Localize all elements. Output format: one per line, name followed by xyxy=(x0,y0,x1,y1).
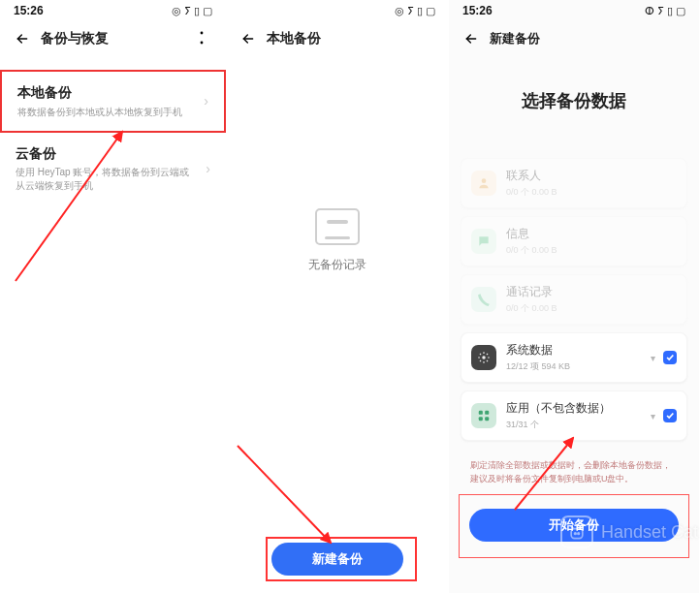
row-sub: 使用 HeyTap 账号，将数据备份到云端或从云端恢复到手机 xyxy=(16,166,195,193)
gear-icon xyxy=(471,345,496,370)
signal-icon: ⵢ xyxy=(184,5,191,17)
message-icon xyxy=(471,229,496,254)
status-bar: ◎ ⵢ ▯ ▢ xyxy=(226,0,449,21)
page-title: 备份与恢复 xyxy=(41,30,109,47)
item-contacts[interactable]: 联系人 0/0 个 0.00 B xyxy=(461,158,687,208)
back-button[interactable] xyxy=(238,28,259,49)
screen-new-backup: 15:26 ⵀ ⵢ ▯ ▢ 新建备份 选择备份数据 联系人 0/0 xyxy=(449,0,699,593)
svg-rect-9 xyxy=(485,417,489,421)
header: 备份与恢复 xyxy=(0,21,226,56)
watermark-text: Handset Cat xyxy=(601,522,698,543)
apps-icon xyxy=(471,403,496,428)
wifi-icon: ◎ xyxy=(172,5,181,17)
svg-rect-8 xyxy=(479,417,483,421)
checkbox-checked[interactable] xyxy=(663,351,677,364)
watermark-logo-icon xyxy=(560,515,593,548)
empty-state: 无备份记录 xyxy=(226,56,449,424)
item-name: 通话记录 xyxy=(506,284,677,300)
row-title: 云备份 xyxy=(16,144,206,164)
svg-point-5 xyxy=(482,356,486,359)
watermark: Handset Cat xyxy=(560,515,698,548)
volte-icon: ▯ xyxy=(417,5,423,17)
item-apps[interactable]: 应用（不包含数据） 31/31 个 ▾ xyxy=(461,390,687,441)
phone-icon xyxy=(471,287,496,312)
item-system-data[interactable]: 系统数据 12/12 项 594 KB ▾ xyxy=(461,332,687,383)
item-name: 信息 xyxy=(506,226,677,242)
status-icons: ◎ ⵢ ▯ ▢ xyxy=(172,5,212,17)
annotation-arrow-icon xyxy=(230,438,346,554)
status-time: 15:26 xyxy=(14,4,44,17)
battery-icon: ▢ xyxy=(426,5,435,17)
item-name: 联系人 xyxy=(506,168,677,184)
row-title: 本地备份 xyxy=(17,83,204,103)
caret-down-icon: ▾ xyxy=(651,353,655,363)
caret-down-icon: ▾ xyxy=(651,411,655,421)
svg-point-13 xyxy=(578,533,580,535)
svg-point-4 xyxy=(482,178,487,183)
header: 新建备份 xyxy=(449,21,699,56)
signal-icon: ⵢ xyxy=(657,5,664,17)
chevron-right-icon: › xyxy=(204,93,208,109)
inbox-icon xyxy=(315,208,360,245)
contacts-icon xyxy=(471,171,496,196)
back-button[interactable] xyxy=(12,28,33,49)
back-button[interactable] xyxy=(461,28,482,49)
item-sub: 0/0 个 0.00 B xyxy=(506,244,677,257)
row-sub: 将数据备份到本地或从本地恢复到手机 xyxy=(17,106,197,119)
svg-point-1 xyxy=(201,42,204,45)
status-icons: ◎ ⵢ ▯ ▢ xyxy=(395,5,435,17)
svg-line-3 xyxy=(238,446,331,543)
nfc-icon: ⵀ xyxy=(645,5,654,17)
item-sms[interactable]: 信息 0/0 个 0.00 B xyxy=(461,216,687,266)
item-calls[interactable]: 通话记录 0/0 个 0.00 B xyxy=(461,274,687,325)
warning-note: 刷定清除全部数据或数据时，会删除本地备份数据，建议及时将备份文件复制到电脑或U盘… xyxy=(470,459,678,486)
svg-point-0 xyxy=(201,32,204,35)
screen-local-backup: ◎ ⵢ ▯ ▢ 本地备份 无备份记录 新建备份 xyxy=(226,0,449,593)
item-sub: 31/31 个 xyxy=(506,419,653,431)
row-cloud-backup[interactable]: 云备份 使用 HeyTap 账号，将数据备份到云端或从云端恢复到手机 › xyxy=(0,133,226,205)
checkbox-checked[interactable] xyxy=(663,409,677,422)
header: 本地备份 xyxy=(226,21,449,56)
status-time: 15:26 xyxy=(462,4,493,17)
item-sub: 0/0 个 0.00 B xyxy=(506,186,677,199)
backup-item-list: 联系人 0/0 个 0.00 B 信息 0/0 个 0.00 B 通 xyxy=(449,155,699,444)
screen-backup-restore: 15:26 ◎ ⵢ ▯ ▢ 备份与恢复 本地备份 将数据备份到本地或从本地恢复到… xyxy=(0,0,226,593)
empty-text: 无备份记录 xyxy=(308,257,366,273)
volte-icon: ▯ xyxy=(667,5,673,17)
page-title: 新建备份 xyxy=(490,30,540,47)
item-sub: 0/0 个 0.00 B xyxy=(506,302,677,315)
status-bar: 15:26 ◎ ⵢ ▯ ▢ xyxy=(0,0,226,21)
status-icons: ⵀ ⵢ ▯ ▢ xyxy=(645,5,685,17)
item-name: 系统数据 xyxy=(506,342,653,359)
svg-rect-7 xyxy=(485,411,489,415)
item-sub: 12/12 项 594 KB xyxy=(506,360,653,373)
status-bar: 15:26 ⵀ ⵢ ▯ ▢ xyxy=(449,0,699,21)
signal-icon: ⵢ xyxy=(407,5,414,17)
more-icon[interactable] xyxy=(193,29,210,47)
wifi-icon: ◎ xyxy=(395,5,404,17)
row-local-backup[interactable]: 本地备份 将数据备份到本地或从本地恢复到手机 › xyxy=(0,70,226,133)
battery-icon: ▢ xyxy=(203,5,212,17)
chevron-right-icon: › xyxy=(206,161,210,176)
section-heading: 选择备份数据 xyxy=(449,89,699,112)
page-title: 本地备份 xyxy=(267,30,321,47)
item-name: 应用（不包含数据） xyxy=(506,400,653,417)
battery-icon: ▢ xyxy=(676,5,685,17)
svg-point-12 xyxy=(574,533,576,535)
svg-rect-6 xyxy=(479,411,483,415)
volte-icon: ▯ xyxy=(194,5,200,17)
new-backup-button[interactable]: 新建备份 xyxy=(271,543,403,576)
